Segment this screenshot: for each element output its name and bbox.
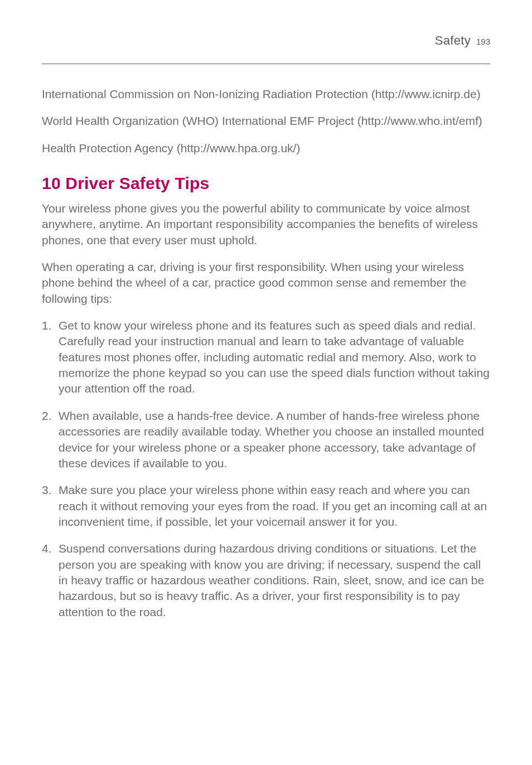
list-item: When available, use a hands-free device.… bbox=[42, 408, 490, 471]
intro-paragraph: World Health Organization (WHO) Internat… bbox=[42, 113, 490, 129]
header-divider bbox=[42, 64, 490, 64]
list-item: Make sure you place your wireless phone … bbox=[42, 482, 490, 530]
page-container: Safety 193 International Commission on N… bbox=[0, 0, 532, 765]
section-lead-paragraph: Your wireless phone gives you the powerf… bbox=[42, 201, 490, 248]
section-lead-paragraph: When operating a car, driving is your fi… bbox=[42, 259, 490, 307]
list-item: Suspend conversations during hazardous d… bbox=[42, 541, 490, 620]
list-item: Get to know your wireless phone and its … bbox=[42, 318, 490, 397]
header-section-title: Safety bbox=[435, 33, 471, 48]
header-right-group: Safety 193 bbox=[435, 33, 490, 48]
tips-list: Get to know your wireless phone and its … bbox=[42, 318, 490, 620]
page-header: Safety 193 bbox=[42, 33, 490, 61]
intro-paragraph: Health Protection Agency (http://www.hpa… bbox=[42, 141, 490, 156]
page-number: 193 bbox=[476, 37, 490, 46]
intro-paragraph: International Commission on Non-Ionizing… bbox=[42, 86, 490, 102]
section-title: 10 Driver Safety Tips bbox=[42, 174, 490, 193]
